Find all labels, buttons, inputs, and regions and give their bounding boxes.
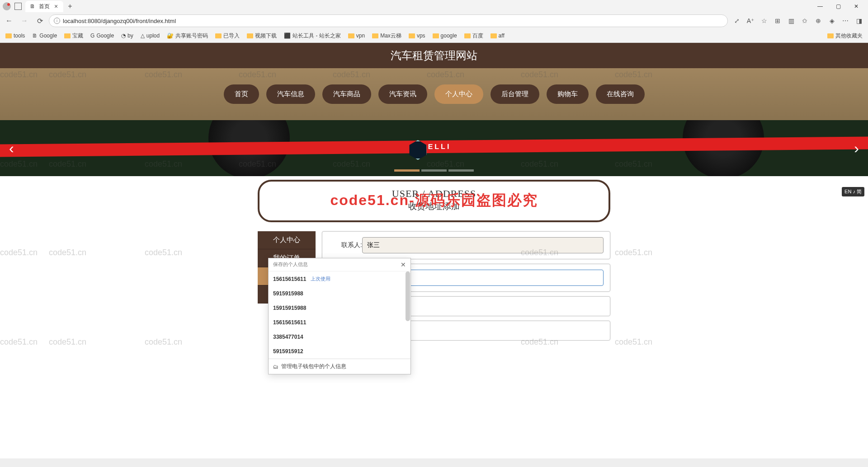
carousel-next-icon[interactable]: › bbox=[849, 135, 863, 161]
watermark: code51.cn bbox=[49, 337, 86, 347]
carousel-dot[interactable] bbox=[448, 169, 474, 172]
nav-car-info[interactable]: 汽车信息 bbox=[266, 84, 315, 104]
autofill-manage-link[interactable]: 🗂 管理电子钱包中的个人信息 bbox=[269, 359, 410, 374]
close-window-button[interactable]: ✕ bbox=[847, 0, 865, 13]
bookmark-item[interactable]: ⬛ 站长工具 - 站长之家 bbox=[281, 31, 344, 41]
browser-tab[interactable]: 🗎 首页 × bbox=[25, 1, 63, 12]
tracking-icon[interactable]: ⤢ bbox=[731, 14, 743, 27]
read-aloud-icon[interactable]: A⁺ bbox=[744, 14, 757, 27]
back-button[interactable]: ← bbox=[3, 14, 15, 27]
autofill-title: 保存的个人信息 bbox=[273, 261, 308, 268]
nav-user-center[interactable]: 个人中心 bbox=[434, 84, 483, 104]
carousel-dot[interactable] bbox=[421, 169, 447, 172]
bookmark-item[interactable]: ◔ by bbox=[118, 32, 136, 40]
watermark: code51.cn bbox=[0, 248, 38, 257]
downloads-icon[interactable]: ⊕ bbox=[812, 14, 825, 27]
autofill-header: 保存的个人信息 ✕ bbox=[269, 258, 410, 271]
folder-icon bbox=[827, 33, 834, 38]
autofill-option[interactable]: 5915915912 bbox=[269, 344, 410, 359]
bookmark-item[interactable]: 🔐 共享账号密码 bbox=[164, 31, 211, 41]
bookmark-item[interactable]: G Google bbox=[88, 32, 117, 40]
minimize-button[interactable]: — bbox=[811, 0, 829, 13]
autofill-option[interactable]: 15915915988 bbox=[269, 301, 410, 315]
bookmark-item[interactable]: vpn bbox=[345, 32, 368, 40]
bookmarks-bar: tools 🗎 Google 宝藏 G Google ◔ by △ uplod … bbox=[0, 29, 868, 42]
watermark: code51.cn bbox=[615, 248, 652, 257]
carousel-prev-icon[interactable]: ‹ bbox=[5, 135, 19, 161]
scrollbar-track[interactable] bbox=[405, 271, 410, 359]
toolbar-right: ⤢ A⁺ ☆ ⊞ ▥ ✩ ⊕ ◈ ⋯ ◨ bbox=[731, 14, 865, 27]
watermark: code51.cn bbox=[145, 248, 182, 257]
autofill-option[interactable]: 15615615611 bbox=[269, 315, 410, 330]
more-icon[interactable]: ⋯ bbox=[839, 14, 852, 27]
contact-label: 联系人: bbox=[329, 241, 362, 249]
contact-input[interactable] bbox=[362, 237, 604, 253]
new-tab-button[interactable]: + bbox=[63, 2, 76, 10]
carousel-dot[interactable] bbox=[394, 169, 420, 172]
nav-cart[interactable]: 购物车 bbox=[547, 84, 589, 104]
site-title: 汽车租赁管理网站 bbox=[0, 43, 868, 68]
extensions-icon[interactable]: ⊞ bbox=[771, 14, 784, 27]
bookmark-item[interactable]: 视频下载 bbox=[244, 31, 279, 41]
autofill-dropdown: 保存的个人信息 ✕ 15615615611上次使用 5915915988 159… bbox=[268, 258, 411, 374]
sidebar-icon[interactable]: ◨ bbox=[853, 14, 865, 27]
bookmark-item[interactable]: tools bbox=[3, 32, 28, 40]
watermark: code51.cn bbox=[49, 248, 86, 257]
bookmark-item[interactable]: 🗎 Google bbox=[29, 32, 60, 40]
folder-icon bbox=[372, 33, 378, 38]
site-info-icon[interactable]: i bbox=[54, 18, 60, 24]
bookmark-item[interactable]: 百度 bbox=[462, 31, 486, 41]
autofill-option[interactable]: 15615615611上次使用 bbox=[269, 271, 410, 286]
hero-carousel: IRELLI ‹ › bbox=[0, 120, 868, 176]
forward-button: → bbox=[18, 14, 31, 27]
watermark: code51.cn bbox=[145, 337, 182, 347]
autofill-option[interactable]: 5915915988 bbox=[269, 286, 410, 301]
autofill-list[interactable]: 15615615611上次使用 5915915988 15915915988 1… bbox=[269, 271, 410, 359]
nav-consult[interactable]: 在线咨询 bbox=[596, 84, 645, 104]
bookmark-item[interactable]: 已导入 bbox=[212, 31, 242, 41]
profile-avatar-icon[interactable] bbox=[3, 2, 11, 10]
form-row-contact: 联系人: bbox=[322, 231, 610, 259]
bookmark-item[interactable]: google bbox=[430, 32, 460, 40]
refresh-button[interactable]: ⟳ bbox=[33, 14, 46, 27]
page-content: code51.cn code51.cn code51.cn code51.cn … bbox=[0, 43, 868, 458]
bookmark-item[interactable]: vps bbox=[406, 32, 428, 40]
folder-icon bbox=[348, 33, 354, 38]
wallet-icon[interactable]: ◈ bbox=[826, 14, 838, 27]
bookmark-item[interactable]: 宝藏 bbox=[61, 31, 86, 41]
watermark: code51.cn bbox=[0, 337, 38, 347]
close-tab-icon[interactable]: × bbox=[53, 3, 59, 10]
maximize-button[interactable]: ▢ bbox=[829, 0, 847, 13]
ime-indicator[interactable]: EN ♪ 简 bbox=[842, 187, 864, 196]
folder-icon bbox=[491, 33, 497, 38]
bookmark-item[interactable]: Max云梯 bbox=[369, 31, 404, 41]
folder-icon bbox=[64, 33, 71, 38]
folder-icon bbox=[464, 33, 471, 38]
folder-icon bbox=[433, 33, 439, 38]
nav-car-news[interactable]: 汽车资讯 bbox=[378, 84, 427, 104]
wallet-icon: 🗂 bbox=[273, 364, 278, 370]
browser-chrome: 🗎 首页 × + — ▢ ✕ ← → ⟳ i localhost:8080/dj… bbox=[0, 0, 868, 43]
sidebar-item-profile[interactable]: 个人中心 bbox=[258, 231, 316, 249]
folder-icon bbox=[247, 33, 253, 38]
collections-icon[interactable]: ▥ bbox=[785, 14, 797, 27]
bookmark-item[interactable]: △ uplod bbox=[138, 32, 162, 40]
carousel-dots bbox=[394, 169, 474, 172]
tab-title: 首页 bbox=[39, 3, 50, 10]
bookmark-item[interactable]: aff bbox=[488, 32, 507, 40]
favorite-button[interactable]: ☆ bbox=[758, 14, 770, 27]
page-favicon-icon: 🗎 bbox=[30, 3, 35, 9]
nav-admin[interactable]: 后台管理 bbox=[491, 84, 539, 104]
close-icon[interactable]: ✕ bbox=[401, 261, 406, 268]
tab-overview-icon[interactable] bbox=[14, 3, 22, 10]
other-bookmarks[interactable]: 其他收藏夹 bbox=[825, 31, 865, 41]
autofill-option[interactable]: 3385477014 bbox=[269, 330, 410, 344]
address-bar[interactable]: i localhost:8080/djangozq00i/front/index… bbox=[49, 14, 728, 27]
favorites-bar-icon[interactable]: ✩ bbox=[798, 14, 811, 27]
watermark: code51.cn bbox=[615, 337, 652, 347]
folder-icon bbox=[5, 33, 12, 38]
nav-car-products[interactable]: 汽车商品 bbox=[322, 84, 371, 104]
nav-home[interactable]: 首页 bbox=[224, 84, 259, 104]
red-watermark: code51.cn-源码乐园盗图必究 bbox=[330, 191, 538, 210]
scrollbar-thumb[interactable] bbox=[406, 271, 410, 321]
